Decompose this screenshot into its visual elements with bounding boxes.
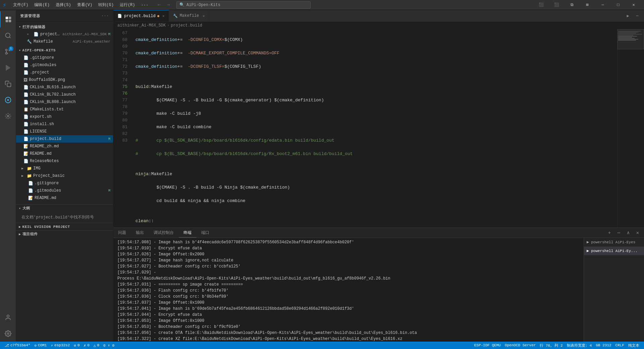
terminal-item-1[interactable]: ▶ powershell AiPi-Eyes [584,238,644,247]
breadcrumb-root[interactable]: aithinker_Ai-M6X_SDK [117,23,166,28]
tab-makefile-close[interactable]: ✕ [203,14,205,18]
nav-forward-button[interactable]: → [164,2,172,8]
project-root-title[interactable]: ▾ AIPI-OPEN-KITS [16,47,113,54]
tab-makefile[interactable]: 🔧 Makefile ✕ [169,10,209,21]
panel-tab-debug[interactable]: 调试控制台 [149,228,179,238]
tree-item-readme[interactable]: 📝 README.md [16,150,113,157]
menu-view[interactable]: 查看(V) [74,1,95,8]
run-button[interactable]: ▶ [624,12,632,20]
activity-run[interactable] [0,60,16,76]
file-icon-gitmodules: 📄 [23,63,29,68]
svg-point-13 [7,333,9,335]
tree-item-license[interactable]: 📄 LICENSE [16,128,113,135]
minimap[interactable] [617,29,644,228]
status-git[interactable]: ⎇ c7f51ba4* [3,342,32,349]
activity-explorer[interactable] [0,11,16,28]
term-line: [19:54:17.053] - Bootheader config crc: … [117,324,580,330]
panel-tab-terminal[interactable]: 终端 [179,228,197,238]
status-com[interactable]: ⊙ COM1 [32,342,49,349]
tree-item-gitmodules[interactable]: 📄 .gitmodules [16,61,113,69]
status-eol[interactable]: CRLF [613,342,626,349]
panel-tab-output[interactable]: 输出 [131,228,149,238]
activity-search[interactable] [0,28,16,44]
status-sync[interactable]: 0 ⬇ 0 [101,342,116,349]
breadcrumb-file[interactable]: project.build [171,23,202,28]
close-button[interactable]: ✕ [626,0,641,10]
tree-item-sub-gitmodules[interactable]: 📄 .gitmodules M [16,187,113,194]
menu-bar: 文件(F) 编辑(E) 选择(S) 查看(V) 转到(G) 运行(R) ... [10,1,151,8]
tree-item-releasenotes[interactable]: 📄 ReleaseNotes [16,157,113,165]
tree-item-gitignore[interactable]: 📄 .gitignore [16,54,113,61]
tree-folder-project-basic[interactable]: ▶ 📁 Project_basic [16,172,113,180]
tree-item-install[interactable]: 📄 install.sh [16,120,113,128]
activity-ai[interactable] [0,108,16,124]
status-errors[interactable]: ⊘ 0 [72,342,82,349]
status-encoding[interactable]: GB 2312 [594,342,613,349]
menu-goto[interactable]: 转到(G) [96,1,116,8]
search-icon: 🔍 [179,2,184,7]
status-cursor[interactable]: 行 76, 列 2 [538,342,565,349]
open-editors-title[interactable]: ▾ 打开的编辑器 [16,23,113,31]
open-editor-makefile[interactable]: 🔧 Makefile AiPi-Eyes_weather [16,38,113,45]
minimize-button[interactable]: ─ [595,0,610,10]
menu-run[interactable]: 运行(R) [117,1,138,8]
status-device[interactable]: ⚡ esp32s2 [49,342,72,349]
panel-maximize-button[interactable]: ∧ [625,229,632,237]
sidebar-more-button[interactable]: ··· [101,14,109,18]
maximize-button[interactable]: □ [610,0,626,10]
status-openocd[interactable]: OpenOCD Server [503,342,538,349]
tree-item-readme-zh[interactable]: 📝 README_zh.md [16,143,113,150]
layout-grid-button[interactable]: ⊞ [580,0,595,10]
status-info[interactable]: △ 0 [92,342,101,349]
layout-split-button[interactable]: ⧉ [564,0,580,10]
add-terminal-button[interactable]: + [606,229,613,237]
tree-item-export[interactable]: 📄 export.sh [16,113,113,120]
tree-item-cklink808[interactable]: 📄 CKLink_BL808.launch [16,98,113,106]
status-idf[interactable]: ESP-IDF QEMU [472,342,503,349]
status-warnings[interactable]: ✗ 0 [82,342,92,349]
activity-account[interactable] [0,309,16,326]
tree-item-cklink616[interactable]: 📄 CKLink_BL616.launch [16,84,113,91]
panel-tabs: 问题 输出 调试控制台 终端 端口 + ⋯ ∧ ✕ [113,228,644,238]
nav-back-button[interactable]: ← [155,2,163,8]
file-icon-sub-gitignore: 📄 [28,181,33,186]
open-editor-project-build[interactable]: ✕ 📄 project.build aithinker_Ai-M6X_SDK M [16,31,113,38]
status-sync-label: 0 ⬇ 0 [103,343,114,348]
terminal-more-button[interactable]: ⋯ [615,229,623,237]
panel-tab-problems[interactable]: 问题 [113,228,131,238]
menu-file[interactable]: 文件(F) [10,1,31,8]
panel-close-button[interactable]: ✕ [634,229,641,237]
menu-edit[interactable]: 编辑(E) [32,1,52,8]
activity-settings[interactable] [0,326,16,342]
layout-panel-button[interactable]: ⬛ [549,0,564,10]
tree-item-sub-gitignore[interactable]: 📄 .gitignore [16,180,113,187]
project-components-title[interactable]: ▶ 项目组件 [16,230,113,238]
tree-label: export.sh [30,114,52,119]
keil-section-title[interactable]: ▶ KEIL UVISION PROJECT [16,223,113,230]
activity-remote[interactable] [0,92,16,108]
menu-select[interactable]: 选择(S) [53,1,74,8]
split-editor-button[interactable]: ⋯ [633,12,641,20]
outline-section-title[interactable]: ▾ 大纲 [16,204,113,212]
activity-extensions[interactable] [0,76,16,92]
activity-source-control[interactable]: 1 [0,44,16,60]
search-bar[interactable]: 🔍 AiPi-Open-Kits [176,1,311,9]
file-icon-bouffalo: 🖼 [23,78,28,83]
menu-more[interactable]: ... [139,1,151,8]
tree-folder-img[interactable]: ▶ 📁 IMG [16,165,113,172]
status-indent[interactable]: 制表符宽度: 4 [565,342,594,349]
tree-item-bouffalo[interactable]: 🖼 BouffaloSDK.png [16,76,113,84]
tab-project-build[interactable]: 📄 project.build ● ✕ [113,10,169,21]
panel-tab-ports[interactable]: 端口 [197,228,214,238]
tree-item-cmakelists[interactable]: 📋 CMakeLists.txt [16,106,113,113]
terminal-content[interactable]: [19:54:17.008] - Image hash is b'4f4eeca… [113,238,584,342]
tree-item-cklink702[interactable]: 📄 CKLink_BL702.launch [16,91,113,98]
tab-close-button[interactable]: ✕ [162,14,165,18]
status-language[interactable]: 纯文本 [626,342,641,349]
code-content[interactable]: cmake_definition+= -DCONFIG_COMX=$(COMX)… [130,29,617,228]
tree-item-project[interactable]: 📄 .project [16,69,113,76]
terminal-item-2[interactable]: ▶ powershell AiPi-Ey... [584,247,644,255]
layout-sidebar-button[interactable]: ⬛ [533,0,549,10]
tree-item-project-build[interactable]: 📄 project.build M [16,135,113,143]
tree-item-sub-readme[interactable]: 📝 README.md [16,194,113,202]
